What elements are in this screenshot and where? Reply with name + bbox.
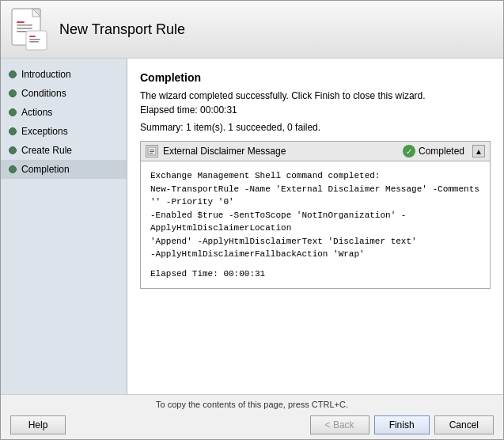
- svg-rect-11: [29, 41, 39, 43]
- task-status: ✓ Completed ▲: [403, 145, 485, 157]
- sidebar-dot-create-rule: [9, 146, 17, 154]
- page-title: New Transport Rule: [59, 21, 185, 38]
- sidebar-item-introduction[interactable]: Introduction: [1, 65, 127, 84]
- sidebar-item-exceptions[interactable]: Exceptions: [1, 122, 127, 141]
- svg-rect-5: [17, 25, 32, 26]
- completion-summary: Summary: 1 item(s). 1 succeeded, 0 faile…: [140, 122, 491, 133]
- task-icon: [146, 145, 158, 157]
- svg-rect-8: [26, 31, 47, 50]
- collapse-button[interactable]: ▲: [472, 145, 485, 157]
- title-bar: New Transport Rule: [1, 1, 503, 59]
- main-content: Introduction Conditions Actions Exceptio…: [1, 59, 503, 394]
- svg-rect-4: [17, 21, 25, 23]
- sidebar-item-actions[interactable]: Actions: [1, 103, 127, 122]
- task-header-left: External Disclaimer Message: [146, 145, 286, 157]
- sidebar: Introduction Conditions Actions Exceptio…: [1, 59, 127, 394]
- completion-description: The wizard completed successfully. Click…: [140, 90, 491, 101]
- sidebar-dot-exceptions: [9, 127, 17, 135]
- sidebar-label-completion: Completion: [21, 164, 70, 175]
- cancel-button[interactable]: Cancel: [434, 415, 494, 434]
- sidebar-label-create-rule: Create Rule: [21, 145, 72, 156]
- sidebar-item-conditions[interactable]: Conditions: [1, 84, 127, 103]
- svg-rect-10: [29, 39, 40, 40]
- completion-elapsed: Elapsed time: 00:00:31: [140, 104, 491, 116]
- svg-rect-14: [150, 151, 154, 152]
- dialog: New Transport Rule Introduction Conditio…: [0, 0, 504, 440]
- finish-button[interactable]: Finish: [374, 415, 430, 434]
- sidebar-label-introduction: Introduction: [21, 69, 71, 80]
- sidebar-label-actions: Actions: [21, 107, 52, 118]
- task-body-line4: 'Append' -ApplyHtmlDisclaimerText 'Discl…: [150, 235, 480, 248]
- footer-hint: To copy the contents of this page, press…: [10, 400, 494, 409]
- sidebar-label-conditions: Conditions: [21, 88, 66, 99]
- check-icon: ✓: [403, 145, 415, 157]
- svg-rect-13: [150, 150, 154, 150]
- svg-rect-15: [150, 153, 153, 154]
- wizard-icon: [10, 7, 48, 51]
- sidebar-item-create-rule[interactable]: Create Rule: [1, 141, 127, 160]
- task-body-line3: -Enabled $true -SentToScope 'NotInOrgani…: [150, 209, 480, 235]
- task-panel: External Disclaimer Message ✓ Completed …: [140, 141, 491, 289]
- svg-rect-9: [29, 36, 36, 37]
- sidebar-dot-conditions: [9, 89, 17, 97]
- svg-rect-6: [17, 28, 32, 29]
- footer: To copy the contents of this page, press…: [1, 394, 503, 439]
- task-header: External Disclaimer Message ✓ Completed …: [141, 142, 490, 161]
- footer-buttons: Help < Back Finish Cancel: [10, 415, 494, 434]
- sidebar-dot-actions: [9, 108, 17, 116]
- task-elapsed: Elapsed Time: 00:00:31: [150, 267, 480, 281]
- task-body: Exchange Management Shell command comple…: [141, 161, 490, 288]
- task-body-line1: Exchange Management Shell command comple…: [150, 169, 480, 183]
- section-title: Completion: [140, 71, 491, 84]
- help-button[interactable]: Help: [10, 415, 66, 434]
- sidebar-dot-introduction: [9, 70, 17, 78]
- task-body-line5: -ApplyHtmlDisclaimerFallbackAction 'Wrap…: [150, 248, 480, 261]
- sidebar-dot-completion: [9, 165, 17, 173]
- task-status-label: Completed: [419, 146, 464, 157]
- task-body-line2: New-TransportRule -Name 'External Discla…: [150, 183, 480, 209]
- sidebar-item-completion[interactable]: Completion: [1, 160, 127, 179]
- content-area: Completion The wizard completed successf…: [127, 59, 503, 394]
- back-button[interactable]: < Back: [310, 415, 369, 434]
- task-name: External Disclaimer Message: [163, 146, 286, 157]
- nav-buttons: < Back Finish Cancel: [310, 415, 494, 434]
- sidebar-label-exceptions: Exceptions: [21, 126, 68, 137]
